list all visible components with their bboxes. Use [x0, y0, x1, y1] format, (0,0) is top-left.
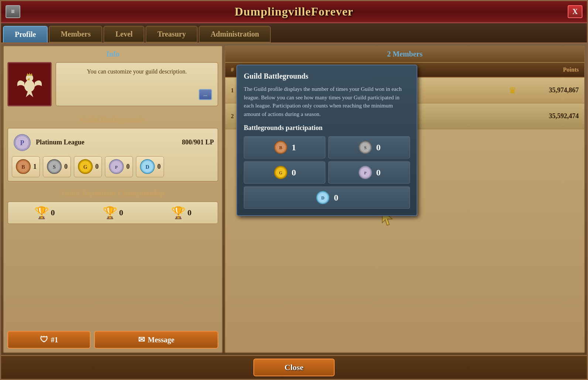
action-buttons: 🛡 #1 ✉ Message	[7, 327, 218, 349]
svg-text:G: G	[83, 164, 88, 170]
battlegrounds-section-title: Guild Battlegrounds	[7, 116, 218, 124]
window-title: DumplingvilleForever	[235, 5, 353, 18]
tab-members[interactable]: Members	[49, 26, 102, 42]
member-points-1: 35,974,867	[520, 86, 579, 94]
svg-text:B: B	[21, 164, 25, 170]
menu-icon: ≡	[11, 8, 15, 16]
rank-button[interactable]: 🛡 #1	[7, 331, 90, 349]
tab-level[interactable]: Level	[103, 26, 144, 42]
league-row: P Platinum League 800/901 LP	[12, 132, 214, 153]
trophy-bronze-item: 🏆 0	[171, 206, 192, 220]
svg-text:P: P	[115, 165, 117, 170]
member-points-2: 35,592,474	[520, 112, 579, 120]
tooltip-count-silver: 0	[376, 143, 381, 153]
svg-text:B: B	[279, 145, 282, 150]
tooltip-count-gold: 0	[292, 168, 296, 178]
league-name: Platinum League	[36, 138, 178, 146]
battlegrounds-box: P Platinum League 800/901 LP B	[7, 128, 218, 182]
svg-text:D: D	[146, 164, 149, 170]
title-bar: ≡ DumplingvilleForever X	[1, 1, 587, 23]
edit-description-button[interactable]: ...	[199, 89, 212, 100]
tooltip-subtitle: Battlegrounds participation	[244, 124, 410, 132]
svg-text:S: S	[53, 164, 56, 170]
tab-administration-label: Administration	[211, 30, 259, 38]
medal-count-bronze: 1	[33, 163, 37, 171]
guild-description-text: You can customize your guild description…	[62, 68, 212, 75]
tab-bar: Profile Members Level Treasury Administr…	[1, 23, 587, 44]
svg-text:P: P	[364, 171, 366, 175]
medal-item-bronze: B 1	[12, 156, 40, 177]
content-area: Info	[1, 44, 587, 355]
medal-item-platinum: P 0	[105, 156, 133, 177]
tab-treasury-label: Treasury	[157, 30, 186, 38]
trophy-bronze-icon: 🏆	[171, 206, 186, 220]
trophy-gold-icon: 🏆	[34, 206, 49, 220]
tab-profile-label: Profile	[15, 30, 36, 39]
tooltip-count-diamond: 0	[334, 193, 338, 203]
trophy-silver-icon: 🏆	[103, 206, 117, 220]
svg-text:D: D	[321, 195, 325, 201]
tooltip-text: The Guild profile displays the number of…	[244, 85, 410, 118]
svg-text:S: S	[364, 145, 366, 150]
svg-point-1	[24, 80, 35, 92]
window-close-button[interactable]: X	[568, 5, 582, 18]
left-panel: Info	[3, 45, 223, 353]
medal-count-platinum: 0	[126, 163, 130, 171]
close-main-button[interactable]: Close	[253, 359, 335, 376]
bottom-bar: Close	[1, 355, 587, 379]
medal-item-gold: G 0	[74, 156, 102, 177]
rank-icon: 🛡	[40, 335, 48, 345]
tooltip-cell-silver: S 0	[328, 136, 410, 158]
tooltip-cell-platinum: P 0	[328, 161, 410, 184]
expedition-box: 🏆 0 🏆 0 🏆 0	[7, 201, 218, 224]
right-panel: 2 Members # Name Points 1	[225, 45, 585, 353]
tooltip-participation-grid: B 1 S 0	[244, 136, 410, 209]
guild-emblem	[7, 62, 52, 106]
tooltip-cell-bronze: B 1	[244, 136, 325, 158]
member-crown-1: ♛	[509, 85, 517, 96]
tooltip-count-bronze: 1	[292, 143, 296, 153]
tooltip-cell-gold: G 0	[244, 161, 325, 184]
tooltip-cell-diamond: D 0	[244, 186, 410, 209]
main-window: ≡ DumplingvilleForever X Profile Members…	[0, 0, 588, 380]
medal-count-gold: 0	[95, 163, 99, 171]
expedition-section-title: Guild Expedition Championship	[7, 189, 218, 198]
trophy-gold-item: 🏆 0	[34, 206, 55, 220]
medal-item-diamond: D 0	[136, 156, 164, 177]
guild-description-box: You can customize your guild description…	[55, 62, 218, 106]
tab-administration[interactable]: Administration	[199, 26, 271, 42]
message-button-label: Message	[148, 336, 174, 344]
tooltip-title: Guild Battlegrounds	[244, 72, 410, 81]
tooltip-count-platinum: 0	[376, 168, 381, 178]
info-header: Info	[7, 50, 218, 58]
edit-icon: ...	[204, 92, 208, 97]
platinum-league-icon: P	[12, 132, 32, 153]
tab-treasury[interactable]: Treasury	[146, 26, 198, 42]
medal-count-silver: 0	[64, 163, 68, 171]
tab-members-label: Members	[61, 30, 90, 38]
league-points: 800/901 LP	[182, 138, 214, 146]
medal-item-silver: S 0	[43, 156, 71, 177]
svg-text:P: P	[20, 139, 24, 147]
members-header: 2 Members	[225, 46, 584, 63]
trophy-silver-item: 🏆 0	[103, 206, 123, 220]
rank-button-label: #1	[51, 336, 58, 344]
medal-count-diamond: 0	[157, 163, 161, 171]
trophy-bronze-count: 0	[188, 208, 192, 218]
tab-profile[interactable]: Profile	[3, 26, 48, 42]
tab-level-label: Level	[115, 30, 133, 38]
tooltip-overlay: Guild Battlegrounds The Guild profile di…	[236, 65, 417, 216]
col-points: Points	[520, 66, 579, 73]
trophy-silver-count: 0	[119, 208, 123, 218]
svg-text:G: G	[279, 170, 282, 175]
message-button[interactable]: ✉ Message	[94, 331, 218, 349]
message-icon: ✉	[138, 335, 145, 345]
trophies-row: 🏆 0 🏆 0 🏆 0	[12, 206, 214, 220]
menu-button[interactable]: ≡	[6, 5, 20, 18]
guild-emblem-svg	[13, 68, 46, 101]
medals-row: B 1 S 0	[12, 156, 214, 177]
trophy-gold-count: 0	[51, 208, 55, 218]
guild-info-row: You can customize your guild description…	[7, 62, 218, 106]
